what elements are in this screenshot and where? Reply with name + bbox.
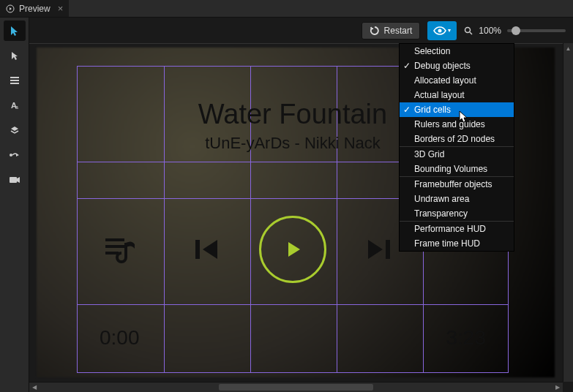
menu-item-label: Borders of 2D nodes <box>414 134 495 144</box>
playlist-icon <box>102 234 139 265</box>
previous-button[interactable] <box>164 213 250 286</box>
visibility-button[interactable]: ▾ <box>427 21 457 40</box>
svg-rect-1 <box>10 77 19 78</box>
tab-bar: Preview × <box>0 0 573 18</box>
svg-rect-7 <box>10 177 17 183</box>
tab-preview[interactable]: Preview × <box>0 0 69 17</box>
scrollbar-horizontal[interactable]: ◀ ▶ <box>29 382 563 392</box>
left-toolbar: Aa <box>0 18 29 392</box>
text-icon: Aa <box>10 100 20 110</box>
svg-rect-2 <box>10 80 19 81</box>
menu-item[interactable]: Frame time HUD <box>400 236 514 251</box>
check-icon: ✓ <box>403 61 411 71</box>
menu-item[interactable]: Undrawn area <box>400 192 514 206</box>
menu-item-label: Debug objects <box>414 61 471 71</box>
play-icon <box>281 238 304 261</box>
time-row: 0:00 3:23 <box>78 303 508 372</box>
menu-item[interactable]: Framebuffer objects <box>400 177 514 192</box>
scroll-track[interactable] <box>40 382 553 392</box>
zoom-thumb[interactable] <box>512 26 520 35</box>
menu-item-label: Selection <box>414 46 450 56</box>
zoom-slider[interactable] <box>507 29 566 32</box>
restart-icon <box>370 26 380 36</box>
menu-item[interactable]: Allocated layout <box>400 73 514 88</box>
menu-item[interactable]: Borders of 2D nodes <box>400 132 514 146</box>
visibility-dropdown[interactable]: Selection✓Debug objectsAllocated layoutA… <box>399 43 514 252</box>
restart-button[interactable]: Restart <box>362 22 421 39</box>
tool-select[interactable] <box>4 45 26 66</box>
svg-line-10 <box>470 32 472 34</box>
camera-icon <box>9 176 20 184</box>
menu-item-label: Framebuffer objects <box>414 179 493 189</box>
tool-connect[interactable] <box>4 145 26 165</box>
tool-interact[interactable] <box>4 20 26 41</box>
play-circle-icon <box>6 4 15 13</box>
elapsed-time: 0:00 <box>100 326 140 350</box>
menu-item-label: Actual layout <box>414 90 465 100</box>
menu-item-label: Rulers and guides <box>414 119 485 129</box>
eye-icon <box>433 26 446 35</box>
top-toolbar: Restart ▾ 100% <box>29 18 573 44</box>
scroll-left-icon[interactable]: ◀ <box>29 382 40 392</box>
connect-icon <box>9 150 20 160</box>
total-time: 3:23 <box>446 326 487 350</box>
tool-grid[interactable] <box>4 70 26 91</box>
svg-rect-3 <box>10 83 19 84</box>
menu-item-label: Bounding Volumes <box>414 164 487 174</box>
tab-label: Preview <box>19 4 50 14</box>
menu-item[interactable]: 3D Grid <box>400 147 514 162</box>
menu-item-label: Frame time HUD <box>414 238 480 249</box>
scroll-thumb[interactable] <box>219 384 372 391</box>
close-icon[interactable]: × <box>58 3 64 14</box>
grid-icon <box>10 75 20 86</box>
menu-item-label: Transparency <box>414 208 468 219</box>
zoom-control: 100% <box>464 26 566 36</box>
interact-cursor-icon <box>8 24 21 37</box>
play-button[interactable] <box>250 213 336 286</box>
svg-point-6 <box>10 154 12 157</box>
zoom-label: 100% <box>479 26 501 36</box>
menu-item[interactable]: Rulers and guides <box>400 117 514 132</box>
search-icon[interactable] <box>464 26 473 35</box>
menu-item[interactable]: ✓Debug objects <box>400 59 514 73</box>
mouse-cursor-icon <box>459 110 469 124</box>
menu-item-label: Undrawn area <box>414 194 469 204</box>
menu-item[interactable]: Actual layout <box>400 88 514 102</box>
menu-item-label: 3D Grid <box>414 149 444 159</box>
menu-item-label: Performance HUD <box>414 224 486 234</box>
skip-previous-icon <box>191 234 222 265</box>
layers-icon <box>10 125 20 135</box>
playlist-button[interactable] <box>78 213 164 286</box>
menu-item-label: Allocated layout <box>414 75 476 86</box>
menu-item[interactable]: Selection <box>400 44 514 59</box>
tool-text[interactable]: Aa <box>4 95 26 116</box>
menu-item-label: Grid cells <box>414 105 451 115</box>
svg-rect-15 <box>386 240 390 259</box>
tool-camera[interactable] <box>4 170 26 190</box>
arrow-cursor-icon <box>10 50 20 61</box>
svg-rect-14 <box>195 240 200 259</box>
menu-item[interactable]: Performance HUD <box>400 222 514 236</box>
svg-point-9 <box>465 27 471 32</box>
svg-text:a: a <box>15 105 18 110</box>
svg-point-8 <box>438 29 442 32</box>
restart-label: Restart <box>384 26 413 36</box>
scroll-right-icon[interactable]: ▶ <box>553 382 563 392</box>
menu-item[interactable]: Transparency <box>400 206 514 221</box>
menu-item[interactable]: ✓Grid cells <box>400 102 514 117</box>
tool-layers[interactable] <box>4 120 26 140</box>
scrollbar-vertical[interactable]: ▲ <box>563 43 573 382</box>
chevron-down-icon: ▾ <box>448 27 451 34</box>
scroll-up-icon[interactable]: ▲ <box>563 43 573 53</box>
check-icon: ✓ <box>403 105 411 115</box>
skip-next-icon <box>364 234 394 265</box>
menu-item[interactable]: Bounding Volumes <box>400 162 514 176</box>
